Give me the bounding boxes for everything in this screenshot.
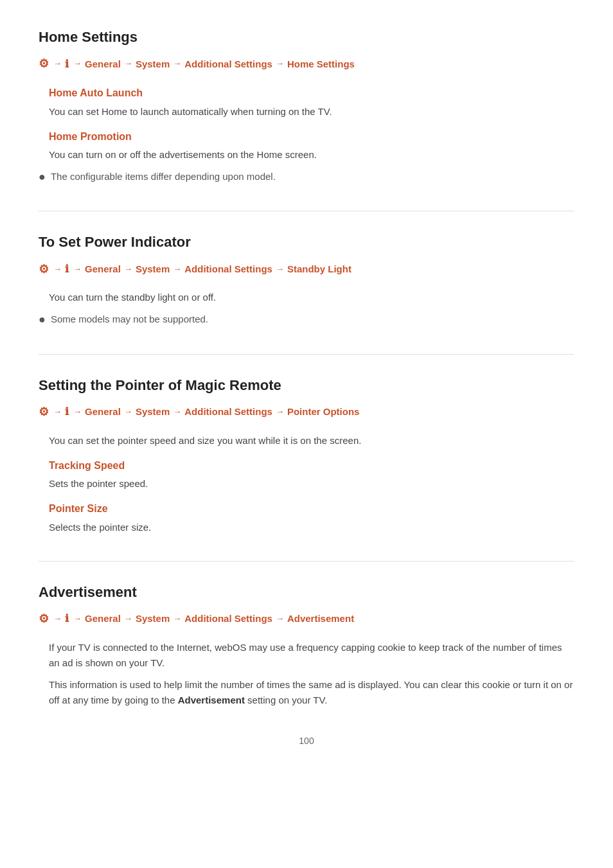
bullet-dot-icon: ● [39, 169, 46, 185]
settings-icon: ⚙ [39, 55, 49, 73]
pi-arrow-1: → [53, 263, 62, 276]
ad-arrow-1: → [53, 612, 62, 626]
advertisement-body-1: If your TV is connected to the Internet,… [49, 640, 574, 671]
arrow-icon-5: → [276, 57, 284, 71]
mr-arrow-2: → [73, 405, 82, 419]
home-promotion-body: You can turn on or off the advertisement… [49, 147, 574, 163]
mr-breadcrumb-pointer: Pointer Options [287, 404, 360, 420]
tracking-speed-heading: Tracking Speed [49, 457, 574, 474]
mr-arrow-1: → [53, 405, 62, 419]
home-settings-section: Home Settings ⚙ → ℹ → General → System →… [39, 26, 574, 185]
arrow-icon-2: → [73, 57, 82, 71]
arrow-icon-3: → [124, 57, 132, 71]
pointer-size-body: Selects the pointer size. [49, 520, 574, 535]
ad-arrow-2: → [73, 612, 82, 626]
advertisement-body-2: This information is used to help limit t… [49, 677, 574, 708]
mr-breadcrumb-additional: Additional Settings [184, 404, 272, 420]
ad-breadcrumb-general: General [85, 611, 121, 626]
page-number: 100 [39, 734, 574, 748]
home-promotion-heading: Home Promotion [49, 128, 574, 145]
breadcrumb-system: System [136, 57, 170, 72]
home-settings-bullet-1: ● The configurable items differ dependin… [39, 169, 574, 185]
advertisement-bold: Advertisement [178, 695, 245, 705]
breadcrumb-additional-settings: Additional Settings [184, 57, 272, 72]
magic-remote-section: Setting the Pointer of Magic Remote ⚙ → … [39, 374, 574, 535]
home-settings-breadcrumb: ⚙ → ℹ → General → System → Additional Se… [39, 55, 574, 73]
ad-breadcrumb-system: System [136, 611, 170, 626]
breadcrumb-general: General [85, 57, 121, 72]
mr-arrow-3: → [124, 405, 132, 419]
pi-breadcrumb-additional: Additional Settings [184, 261, 272, 277]
pi-breadcrumb-standby: Standby Light [287, 261, 351, 277]
bullet-dot-icon-2: ● [39, 312, 46, 328]
home-settings-bullet-text: The configurable items differ depending … [51, 169, 276, 184]
arrow-icon-4: → [173, 57, 181, 71]
mr-arrow-4: → [173, 405, 181, 419]
advertisement-title: Advertisement [39, 581, 574, 603]
tracking-speed-body: Sets the pointer speed. [49, 476, 574, 492]
pointer-size-heading: Pointer Size [49, 500, 574, 517]
info-icon-1: ℹ [65, 56, 69, 73]
pi-arrow-2: → [73, 263, 82, 276]
pi-arrow-5: → [276, 263, 284, 276]
ad-breadcrumb-advertisement: Advertisement [287, 611, 354, 626]
mr-arrow-5: → [276, 405, 284, 419]
power-indicator-bullet-1: ● Some models may not be supported. [39, 312, 574, 328]
mr-breadcrumb-general: General [85, 404, 121, 420]
ad-breadcrumb-additional: Additional Settings [184, 611, 272, 626]
ad-arrow-5: → [276, 612, 284, 626]
ad-arrow-4: → [173, 612, 181, 626]
divider-3 [39, 561, 574, 562]
power-indicator-body: You can turn the standby light on or off… [49, 290, 574, 305]
home-settings-title: Home Settings [39, 26, 574, 48]
pi-breadcrumb-general: General [85, 261, 121, 277]
divider-2 [39, 354, 574, 355]
advertisement-breadcrumb: ⚙ → ℹ → General → System → Additional Se… [39, 610, 574, 628]
pi-arrow-3: → [124, 263, 132, 276]
arrow-icon-1: → [53, 57, 62, 71]
ad-arrow-3: → [124, 612, 132, 626]
power-indicator-title: To Set Power Indicator [39, 231, 574, 253]
power-indicator-breadcrumb: ⚙ → ℹ → General → System → Additional Se… [39, 260, 574, 279]
info-icon-2: ℹ [65, 261, 69, 278]
power-indicator-section: To Set Power Indicator ⚙ → ℹ → General →… [39, 231, 574, 328]
breadcrumb-home-settings: Home Settings [287, 57, 355, 72]
pi-breadcrumb-system: System [136, 261, 170, 277]
home-auto-launch-body: You can set Home to launch automatically… [49, 104, 574, 120]
advertisement-section: Advertisement ⚙ → ℹ → General → System →… [39, 581, 574, 708]
mr-breadcrumb-system: System [136, 404, 170, 420]
settings-icon-3: ⚙ [39, 403, 49, 421]
settings-icon-4: ⚙ [39, 610, 49, 628]
home-auto-launch-heading: Home Auto Launch [49, 85, 574, 102]
magic-remote-breadcrumb: ⚙ → ℹ → General → System → Additional Se… [39, 403, 574, 421]
magic-remote-title: Setting the Pointer of Magic Remote [39, 374, 574, 396]
divider-1 [39, 211, 574, 211]
pi-arrow-4: → [173, 263, 181, 276]
power-indicator-bullet-text: Some models may not be supported. [51, 312, 208, 327]
info-icon-4: ℹ [65, 610, 69, 627]
magic-remote-body: You can set the pointer speed and size y… [49, 433, 574, 448]
info-icon-3: ℹ [65, 403, 69, 420]
settings-icon-2: ⚙ [39, 260, 49, 279]
